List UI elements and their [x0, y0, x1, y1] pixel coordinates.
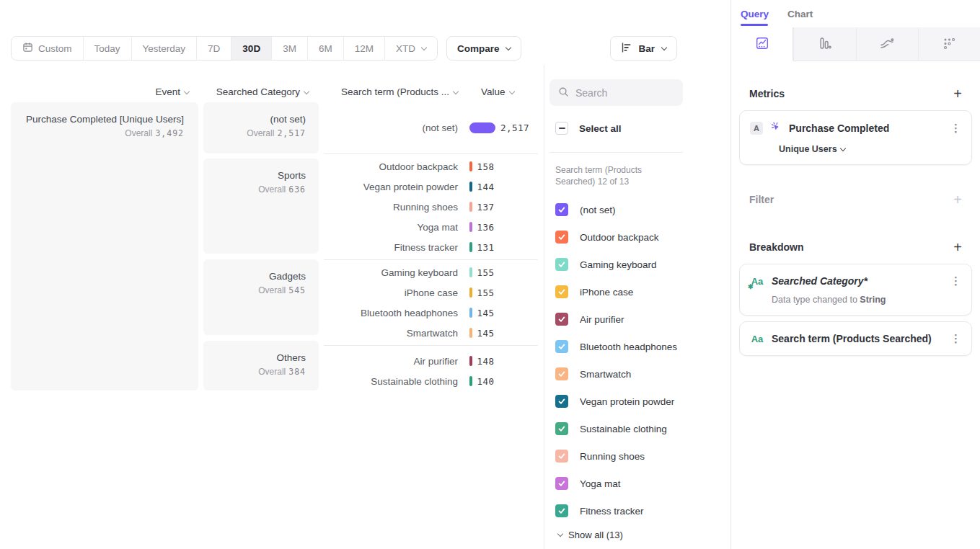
- value-bar: [469, 267, 472, 277]
- legend-item[interactable]: Yoga mat: [549, 470, 730, 497]
- value-bar: [469, 122, 495, 133]
- table-row[interactable]: Smartwatch145: [324, 323, 538, 343]
- legend-item[interactable]: Running shoes: [549, 442, 730, 470]
- legend-item-label: Sustainable clothing: [580, 424, 667, 434]
- breakdown-card[interactable]: Aa Search term (Products Searched) ⋮: [739, 321, 972, 356]
- table-row[interactable]: Fitness tracker131: [324, 237, 538, 257]
- table-row[interactable]: iPhone case155: [324, 282, 538, 303]
- legend-item[interactable]: Air purifier: [549, 305, 730, 333]
- column-header-search-term[interactable]: Search term (Products ...: [324, 86, 461, 97]
- checked-checkbox[interactable]: [555, 422, 568, 435]
- metric-card[interactable]: A Purchase Completed ⋮ Unique Users: [739, 110, 972, 165]
- tab-flows[interactable]: [856, 27, 918, 61]
- toolbar: CustomTodayYesterday7D30D3M6M12MXTD Comp…: [11, 36, 720, 61]
- legend-item[interactable]: Vegan protein powder: [549, 388, 730, 415]
- date-range-label: 6M: [319, 43, 332, 54]
- date-range-custom[interactable]: Custom: [12, 37, 84, 60]
- legend-item[interactable]: iPhone case: [549, 278, 730, 305]
- checked-checkbox[interactable]: [555, 231, 568, 244]
- date-range-xtd[interactable]: XTD: [385, 37, 437, 60]
- add-metric-button[interactable]: +: [953, 86, 962, 101]
- table-row[interactable]: Bluetooth headphones145: [324, 303, 538, 323]
- category-cell[interactable]: OthersOverall384: [203, 341, 319, 390]
- column-header-searched-category[interactable]: Searched Category: [203, 86, 319, 97]
- measure-dropdown[interactable]: Unique Users: [779, 144, 961, 154]
- breakdown-note: Data type changed to String: [772, 295, 961, 305]
- breakdown-heading: Breakdown: [749, 241, 803, 253]
- retention-icon: [942, 36, 956, 53]
- table-row[interactable]: Gaming keyboard155: [324, 262, 538, 282]
- column-header-event[interactable]: Event: [11, 86, 198, 97]
- legend-item[interactable]: Bluetooth headphones: [549, 333, 730, 360]
- checked-checkbox[interactable]: [555, 285, 568, 298]
- breakdown-property-name[interactable]: Searched Category*: [772, 275, 868, 287]
- date-range-3m[interactable]: 3M: [272, 37, 308, 60]
- metric-event-name[interactable]: Purchase Completed: [789, 122, 889, 134]
- search-input[interactable]: [575, 87, 669, 99]
- breakdown-card[interactable]: Aa✱ Searched Category* ⋮ Data type chang…: [739, 264, 972, 316]
- column-header-value[interactable]: Value: [481, 86, 514, 97]
- date-range-6m[interactable]: 6M: [308, 37, 344, 60]
- show-all-button[interactable]: Show all (13): [549, 526, 730, 543]
- checked-checkbox[interactable]: [555, 313, 568, 326]
- date-range-12m[interactable]: 12M: [344, 37, 385, 60]
- metric-menu-kebab-icon[interactable]: ⋮: [950, 122, 961, 135]
- legend-item[interactable]: Sustainable clothing: [549, 415, 730, 442]
- tab-query[interactable]: Query: [741, 9, 769, 19]
- checked-checkbox[interactable]: [555, 450, 568, 463]
- legend-item[interactable]: Fitness tracker: [549, 497, 730, 525]
- tab-retention[interactable]: [918, 27, 980, 61]
- date-range-today[interactable]: Today: [84, 37, 132, 60]
- value-text: 2,517: [500, 122, 529, 133]
- category-cell[interactable]: SportsOverall636: [203, 159, 319, 254]
- checked-checkbox[interactable]: [555, 258, 568, 271]
- legend-item[interactable]: Gaming keyboard: [549, 251, 730, 278]
- add-filter-button[interactable]: +: [953, 192, 962, 207]
- category-name: Sports: [203, 170, 306, 181]
- breakdown-property-name[interactable]: Search term (Products Searched): [772, 333, 932, 344]
- table-row[interactable]: Vegan protein powder144: [324, 177, 538, 197]
- calendar-icon: [22, 42, 33, 55]
- checked-checkbox[interactable]: [555, 340, 568, 353]
- checked-checkbox[interactable]: [555, 477, 568, 490]
- category-name: (not set): [203, 114, 306, 125]
- chevron-down-icon: [557, 531, 563, 537]
- legend-item[interactable]: (not set): [549, 196, 730, 223]
- legend-item[interactable]: Smartwatch: [549, 360, 730, 388]
- tab-funnels[interactable]: [793, 27, 855, 61]
- legend-search[interactable]: [549, 79, 683, 106]
- table-row[interactable]: Running shoes137: [324, 197, 538, 217]
- table-row[interactable]: Air purifier148: [324, 351, 538, 371]
- table-row[interactable]: Sustainable clothing140: [324, 371, 538, 391]
- checked-checkbox[interactable]: [555, 367, 568, 380]
- tab-insights[interactable]: [731, 27, 793, 61]
- category-cell[interactable]: (not set)Overall2,517: [203, 102, 319, 153]
- search-term-label: Outdoor backpack: [324, 161, 461, 172]
- date-range-7d[interactable]: 7D: [197, 37, 231, 60]
- chart-type-dropdown[interactable]: Bar: [610, 36, 677, 61]
- category-name: Others: [203, 352, 306, 363]
- date-range-label: Today: [94, 43, 120, 54]
- select-all-row[interactable]: Select all: [549, 122, 730, 135]
- date-range-yesterday[interactable]: Yesterday: [132, 37, 198, 60]
- checked-checkbox[interactable]: [555, 504, 568, 517]
- value-text: 137: [477, 202, 495, 213]
- table-row[interactable]: Yoga mat136: [324, 217, 538, 237]
- overall-label: Overall: [258, 367, 286, 377]
- breakdown-menu-kebab-icon[interactable]: ⋮: [950, 332, 961, 345]
- chevron-down-icon: [304, 88, 309, 94]
- checked-checkbox[interactable]: [555, 203, 568, 216]
- checked-checkbox[interactable]: [555, 395, 568, 408]
- legend-item[interactable]: Outdoor backpack: [549, 223, 730, 251]
- add-breakdown-button[interactable]: +: [953, 240, 962, 254]
- event-cell[interactable]: Purchase Completed [Unique Users] Overal…: [11, 102, 198, 390]
- value-bar: [469, 182, 472, 192]
- table-row[interactable]: (not set)2,517: [324, 102, 538, 153]
- category-cell[interactable]: GadgetsOverall545: [203, 259, 319, 335]
- tab-chart[interactable]: Chart: [787, 9, 813, 19]
- select-all-checkbox[interactable]: [555, 122, 568, 135]
- table-row[interactable]: Outdoor backpack158: [324, 156, 538, 177]
- compare-button[interactable]: Compare: [446, 36, 522, 61]
- breakdown-menu-kebab-icon[interactable]: ⋮: [950, 274, 961, 287]
- date-range-30d[interactable]: 30D: [231, 37, 272, 60]
